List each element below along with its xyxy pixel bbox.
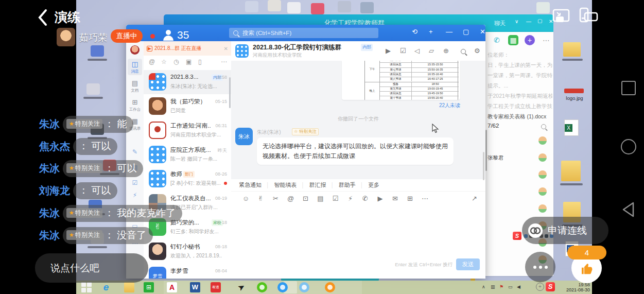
start-button[interactable] — [81, 282, 92, 292]
plugin-tab-3[interactable]: 群汇报 — [309, 181, 326, 189]
star-icon[interactable]: ☆ — [161, 58, 167, 65]
thumb-icon[interactable]: ✌ — [253, 195, 268, 202]
todo-icon[interactable]: ☑ — [400, 47, 406, 55]
video-icon[interactable]: ▶ — [386, 47, 391, 55]
board-icon[interactable]: ▣ — [186, 58, 192, 65]
tray-flag[interactable]: ⚑ — [499, 284, 503, 289]
back-icon[interactable] — [37, 9, 48, 26]
dingtalk-icon[interactable] — [277, 282, 288, 292]
sidebar-item-工作台[interactable]: ⊞工作台 — [126, 99, 144, 113]
sogou-icon[interactable]: S — [546, 282, 555, 291]
conversation-item[interactable]: 2021.8.3...内部19:58朱冰(朱冰): 无论选... — [144, 70, 231, 94]
history-icon[interactable]: ⟲ — [412, 28, 417, 36]
todo-icon[interactable]: ☑ — [126, 179, 144, 186]
sidebar-item-消息[interactable]: ◫消息 — [126, 61, 144, 75]
tray-volume[interactable]: ◀ — [517, 284, 520, 289]
explorer-icon[interactable] — [124, 282, 134, 292]
desktop-icon[interactable] — [311, 3, 324, 14]
phone-icon[interactable]: ✆ — [492, 35, 502, 45]
desktop-icon[interactable] — [268, 0, 281, 11]
plugin-tab-5[interactable]: 更多 — [368, 181, 379, 189]
close-icon[interactable]: ✕ — [480, 28, 485, 36]
nav-recents-button[interactable] — [621, 81, 636, 95]
composer-input[interactable] — [231, 205, 485, 256]
plugin-tab-2[interactable]: 智能填表 — [274, 181, 297, 189]
plugin-tab-4[interactable]: 群助手 — [339, 181, 356, 189]
desktop-icon[interactable] — [360, 2, 374, 13]
announce-icon[interactable]: ◁ — [414, 47, 420, 55]
conversation-item[interactable]: 教师部门08-26[2 条]小钉: 欢迎吴朝... — [144, 167, 231, 191]
folder-icon[interactable]: ▱ — [429, 47, 434, 55]
at-icon[interactable]: @ — [283, 195, 298, 202]
nav-home-button[interactable] — [621, 139, 636, 154]
cut-icon[interactable]: ✂ — [268, 195, 283, 202]
flash-icon[interactable]: ⚡ — [343, 195, 358, 202]
more-icon[interactable]: ⋯ — [221, 58, 227, 65]
mobile-icon[interactable]: ▯ — [198, 58, 202, 65]
at-icon[interactable]: @ — [149, 58, 155, 65]
refresh-icon[interactable] — [257, 282, 267, 292]
chat-scrollbar[interactable] — [483, 152, 484, 180]
plus-purple[interactable]: + — [525, 35, 535, 45]
conversation-item[interactable]: 工作通知:河南...06:31河南应用技术职业学... — [144, 118, 231, 143]
search-input[interactable]: 搜索 (Ctrl+Shift+F) — [229, 28, 378, 38]
conversation-item[interactable]: 钉钉小秘书08-18欢迎加入，2021.8.19... — [144, 239, 231, 264]
desktop-icon[interactable] — [245, 1, 258, 12]
rotate-screen-icon[interactable] — [578, 6, 598, 27]
maximize-icon[interactable]: ▢ — [463, 28, 469, 36]
plugin-tab-1[interactable]: 紧急通知 — [239, 181, 262, 189]
close-icon[interactable]: ✕ — [224, 46, 228, 51]
tray-network[interactable]: ▭ — [508, 284, 513, 289]
addperson-icon[interactable]: ⊕ — [443, 47, 449, 55]
connect-button[interactable]: 申请连线 — [522, 217, 608, 244]
send-button[interactable]: 发送 — [456, 258, 480, 270]
streamer-avatar[interactable] — [57, 28, 75, 46]
settings-icon[interactable]: ⚙ — [474, 47, 480, 55]
calendar-icon[interactable]: ▤ — [313, 195, 328, 202]
unread-link[interactable]: 22人未读 — [401, 102, 460, 109]
maximize-icon[interactable]: ▢ — [537, 18, 542, 24]
apps-green[interactable]: ▦ — [508, 35, 518, 45]
flash-icon[interactable]: ⚡ — [126, 192, 144, 199]
search-icon[interactable] — [461, 49, 466, 54]
desktop-icon[interactable] — [536, 2, 550, 13]
schedule-image[interactable]: 下午第六节课14:45-15:30课间休息15:35-15:50第七节课15:5… — [342, 61, 460, 100]
video-icon[interactable]: ▶ — [373, 195, 388, 202]
file-add-icon[interactable]: ⊡ — [298, 195, 313, 202]
pen-icon[interactable]: ✎ — [126, 148, 144, 155]
apps-icon[interactable]: ⊞ — [403, 195, 417, 202]
message-bubble[interactable]: 无论选择哪种平台，建议选择可以回放的。以便大家建课时能够使用视频素材。也便于后续… — [257, 137, 454, 165]
member-row[interactable] — [485, 185, 553, 200]
store-icon[interactable]: ⊞ — [144, 282, 154, 292]
comment-input[interactable]: 说点什么吧 — [35, 253, 148, 283]
clock-icon[interactable]: ◷ — [173, 58, 179, 65]
nav-back-button[interactable] — [621, 201, 635, 218]
more-icon[interactable]: ⋯ — [541, 35, 551, 45]
phone-icon[interactable]: ✆ — [358, 195, 373, 202]
camera-icon[interactable] — [325, 282, 335, 292]
youdao-icon[interactable]: 有道 — [211, 282, 221, 292]
emoji-icon[interactable]: ☺ — [238, 195, 253, 202]
desktop-icon[interactable] — [86, 83, 100, 95]
plus-icon[interactable]: + — [429, 28, 433, 36]
ie-icon[interactable]: e — [101, 282, 111, 292]
user-avatar[interactable] — [130, 45, 140, 55]
crosshair-icon[interactable]: + — [536, 283, 544, 291]
desktop-icon[interactable] — [338, 1, 351, 12]
minimize-icon[interactable]: — — [526, 19, 531, 24]
pip-icon[interactable] — [552, 8, 572, 25]
more-icon[interactable]: ⋯ — [417, 195, 432, 202]
expand-icon[interactable]: ↗ — [472, 195, 477, 202]
tray-people[interactable]: ▥ — [491, 284, 495, 289]
minimize-icon[interactable]: — — [446, 28, 452, 36]
member-row[interactable] — [485, 202, 553, 217]
folder-icon[interactable] — [563, 42, 581, 57]
search-icon[interactable] — [541, 124, 546, 129]
group-avatar[interactable] — [235, 44, 249, 58]
meeting-icon[interactable] — [299, 282, 309, 292]
member-row[interactable] — [485, 134, 553, 149]
folder-icon[interactable] — [561, 161, 581, 181]
sidebar-item-文档[interactable]: ▤文档 — [126, 80, 144, 94]
conversation-item[interactable]: 应院正方系统...昨天陈一岩 撤回了一条... — [144, 143, 231, 167]
taskbar-clock[interactable]: 19:582021-08-30 — [558, 282, 590, 292]
